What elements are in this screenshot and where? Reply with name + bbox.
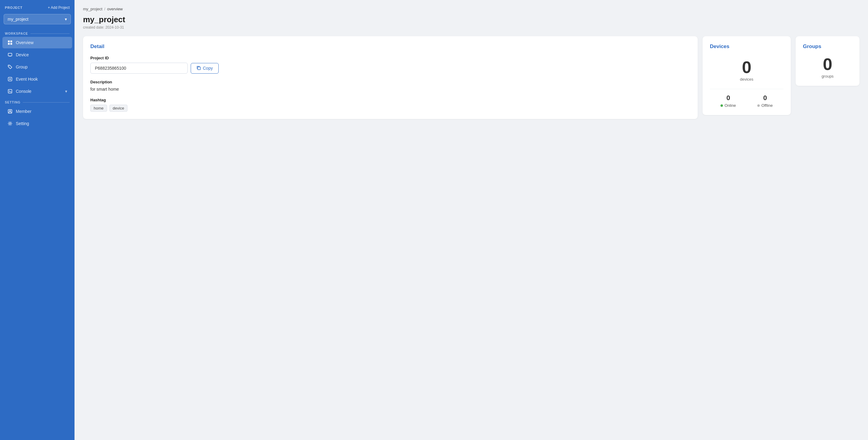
- offline-label: Offline: [757, 103, 773, 108]
- devices-online-row: 0 Online 0 Offline: [710, 89, 783, 108]
- svg-rect-2: [8, 43, 10, 45]
- sidebar-event-hook-label: Event Hook: [16, 77, 38, 82]
- hashtag-label: Hashtag: [90, 98, 690, 102]
- svg-rect-5: [9, 56, 11, 57]
- online-stat: 0 Online: [720, 94, 736, 108]
- sidebar-overview-label: Overview: [16, 40, 33, 45]
- offline-dot: [757, 105, 760, 107]
- offline-count: 0: [757, 94, 773, 102]
- description-value: for smart home: [90, 87, 690, 92]
- project-id-input[interactable]: [90, 63, 188, 74]
- sidebar-item-group[interactable]: Group: [2, 61, 72, 73]
- online-label: Online: [720, 103, 736, 108]
- svg-rect-0: [8, 40, 10, 42]
- project-selector-value: my_project: [8, 17, 28, 22]
- workspace-section-label: WORKSPACE: [0, 29, 74, 36]
- breadcrumb-project[interactable]: my_project: [83, 7, 102, 11]
- gear-icon: [7, 121, 13, 126]
- copy-button[interactable]: Copy: [191, 63, 219, 74]
- detail-card: Detail Project ID Copy Description for s…: [83, 36, 698, 119]
- console-icon: [7, 89, 13, 94]
- online-count: 0: [720, 94, 736, 102]
- online-dot: [720, 105, 723, 107]
- breadcrumb: my_project / overview: [83, 7, 860, 11]
- main-content: my_project / overview my_project created…: [74, 0, 868, 440]
- groups-card: Groups 0 groups: [796, 36, 860, 86]
- sidebar-item-event-hook[interactable]: Event Hook: [2, 74, 72, 85]
- page-title: my_project: [83, 15, 860, 24]
- sidebar-member-label: Member: [16, 109, 31, 114]
- cards-row: Detail Project ID Copy Description for s…: [83, 36, 860, 119]
- devices-total-container: 0 devices: [710, 56, 783, 83]
- groups-total-count: 0: [803, 56, 852, 73]
- devices-total-label: devices: [710, 77, 783, 82]
- sidebar-item-member[interactable]: Member: [2, 106, 72, 117]
- offline-stat: 0 Offline: [757, 94, 773, 108]
- sidebar-setting-label: Setting: [16, 121, 29, 126]
- svg-point-13: [9, 111, 11, 112]
- description-label: Description: [90, 80, 690, 84]
- svg-rect-4: [8, 53, 12, 56]
- page-subtitle: created date: 2024-10-31: [83, 25, 860, 30]
- project-section-label: PROJECT: [5, 6, 23, 9]
- setting-section-label: SETTING: [0, 97, 74, 105]
- member-icon: [7, 109, 13, 114]
- svg-point-6: [9, 66, 9, 66]
- sidebar-item-setting[interactable]: Setting: [2, 118, 72, 129]
- tag-icon: [7, 64, 13, 70]
- detail-card-title: Detail: [90, 43, 690, 50]
- svg-rect-3: [10, 43, 12, 45]
- svg-rect-15: [198, 67, 200, 70]
- sidebar-item-console[interactable]: Console ▾: [2, 86, 72, 97]
- sidebar-group-label: Group: [16, 64, 28, 69]
- chevron-down-icon: ▾: [65, 89, 67, 94]
- sidebar-item-device[interactable]: Device: [2, 49, 72, 61]
- devices-card-title: Devices: [710, 43, 783, 50]
- device-icon: [7, 52, 13, 58]
- sidebar-console-label: Console: [16, 89, 31, 94]
- devices-card: Devices 0 devices 0 Online 0 Offl: [703, 36, 791, 115]
- hashtag-container: home device: [90, 105, 690, 112]
- svg-point-14: [9, 123, 11, 124]
- copy-button-label: Copy: [203, 66, 213, 70]
- sidebar-item-overview[interactable]: Overview: [2, 37, 72, 48]
- svg-rect-1: [10, 40, 12, 42]
- chevron-down-icon: ▾: [65, 17, 67, 22]
- breadcrumb-current: overview: [107, 7, 123, 11]
- sidebar-device-label: Device: [16, 52, 29, 57]
- grid-icon: [7, 40, 13, 45]
- sidebar: PROJECT + Add Project my_project ▾ WORKS…: [0, 0, 74, 440]
- event-hook-icon: [7, 77, 13, 82]
- groups-card-title: Groups: [803, 43, 852, 50]
- hashtag-device: device: [110, 105, 128, 112]
- sidebar-project-header: PROJECT + Add Project: [0, 0, 74, 12]
- add-project-button[interactable]: + Add Project: [48, 5, 70, 10]
- groups-total-label: groups: [803, 74, 852, 79]
- breadcrumb-separator: /: [104, 7, 105, 11]
- project-id-row: Copy: [90, 63, 690, 74]
- project-selector[interactable]: my_project ▾: [4, 14, 71, 24]
- hashtag-home: home: [90, 105, 107, 112]
- copy-icon: [196, 66, 201, 71]
- project-id-label: Project ID: [90, 56, 690, 60]
- devices-total-count: 0: [710, 59, 783, 76]
